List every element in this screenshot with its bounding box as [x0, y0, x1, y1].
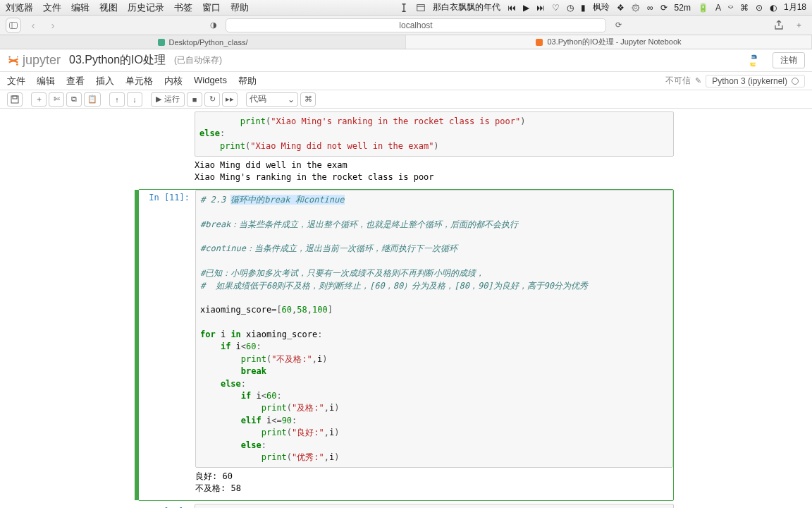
prev-icon[interactable]: ⏮ — [508, 3, 516, 13]
play-icon[interactable]: ▶ — [523, 3, 529, 13]
tray-icon5[interactable]: ⊙ — [756, 3, 763, 13]
svg-rect-0 — [417, 4, 425, 11]
fast-forward-button[interactable]: ▸▸ — [222, 92, 238, 107]
tab-label: 03.Python的IO处理 - Jupyter Notebook — [547, 37, 681, 47]
folder-icon — [158, 39, 165, 46]
svg-point-5 — [16, 63, 18, 65]
nb-menu-edit[interactable]: 编辑 — [37, 75, 55, 87]
nb-menu-view[interactable]: 查看 — [66, 75, 85, 87]
command-palette-button[interactable]: ⌘ — [300, 92, 316, 107]
edit-icon[interactable]: ✎ — [695, 76, 701, 85]
share-icon[interactable] — [771, 18, 787, 33]
tab-desktop[interactable]: Desktop/Python_class/ — [0, 35, 406, 49]
svg-point-6 — [17, 56, 18, 57]
menu-bookmarks[interactable]: 书签 — [174, 1, 192, 14]
copy-button[interactable]: ⧉ — [66, 92, 82, 107]
notebook-header: jupyter 03.Python的IO处理 (已自动保存) 注销 — [0, 49, 812, 72]
notebook-area[interactable]: print("Xiao Ming's ranking in the rocket… — [0, 111, 812, 508]
app-menu[interactable]: 刘览器 — [6, 1, 33, 14]
tray-icon4[interactable]: ⟳ — [660, 3, 668, 13]
back-button[interactable]: ‹ — [25, 18, 41, 33]
note-icon[interactable]: ▮ — [581, 3, 586, 13]
nb-menu-help[interactable]: 帮助 — [238, 75, 257, 87]
new-tab-button[interactable]: ＋ — [791, 18, 806, 33]
window-icon[interactable] — [416, 3, 426, 13]
tray-icon6[interactable]: ◐ — [770, 3, 777, 13]
battery-icon[interactable]: 🔋 — [698, 3, 708, 13]
url-bar[interactable]: localhost — [226, 18, 606, 32]
logout-button[interactable]: 注销 — [773, 52, 805, 68]
jupyter-word: jupyter — [23, 53, 61, 68]
cell-prompt — [138, 111, 195, 186]
tab-label: Desktop/Python_class/ — [169, 38, 248, 47]
autosave-status: (已自动保存) — [174, 54, 222, 66]
jupyter-icon — [536, 39, 543, 46]
cut-button[interactable]: ✄ — [49, 92, 64, 107]
mac-menubar: 刘览器 文件 编辑 视图 历史记录 书签 窗口 帮助 那白衣飘飘的年代 ⏮ ▶ … — [0, 0, 812, 16]
menu-history[interactable]: 历史记录 — [128, 1, 164, 14]
celltype-select[interactable]: 代码⌄ — [246, 92, 298, 107]
tray-icon2[interactable]: ۞ — [632, 3, 640, 13]
celltype-label: 代码 — [250, 93, 266, 105]
nb-menu-widgets[interactable]: Widgets — [194, 75, 227, 87]
next-icon[interactable]: ⏭ — [536, 3, 545, 13]
shield-icon[interactable]: ◑ — [206, 18, 221, 33]
menu-help[interactable]: 帮助 — [230, 1, 249, 14]
kernel-indicator[interactable]: Python 3 (ipykernel) — [706, 75, 805, 87]
heart-icon[interactable]: ♡ — [552, 3, 560, 13]
tab-notebook[interactable]: 03.Python的IO处理 - Jupyter Notebook — [406, 35, 812, 49]
restart-button[interactable]: ↻ — [204, 92, 220, 107]
notebook-menubar: 文件 编辑 查看 插入 单元格 内核 Widgets 帮助 不可信 ✎ Pyth… — [0, 72, 812, 90]
menu-file[interactable]: 文件 — [43, 1, 61, 14]
jupyter-logo-icon — [7, 54, 20, 67]
svg-rect-2 — [10, 22, 18, 28]
move-up-button[interactable]: ↑ — [109, 92, 125, 107]
kernel-label: Python 3 (ipykernel) — [712, 76, 787, 86]
sidebar-toggle-button[interactable] — [6, 18, 21, 33]
trusted-indicator[interactable]: 不可信 — [665, 75, 691, 87]
add-cell-button[interactable]: ＋ — [31, 92, 47, 107]
code-input[interactable]: print("Xiao Ming's ranking in the rocket… — [195, 111, 674, 157]
jupyter-logo[interactable]: jupyter — [7, 53, 61, 68]
tab-strip: Desktop/Python_class/ 03.Python的IO处理 - J… — [0, 35, 812, 49]
move-down-button[interactable]: ↓ — [127, 92, 142, 107]
date-label: 1月18 — [784, 1, 806, 13]
paste-button[interactable]: 📋 — [84, 92, 101, 107]
text-cursor-icon[interactable] — [399, 3, 409, 13]
reload-icon[interactable]: ⟳ — [610, 18, 626, 33]
now-playing[interactable]: 那白衣飘飘的年代 — [433, 1, 500, 13]
menu-view[interactable]: 视图 — [99, 1, 118, 14]
forward-button[interactable]: › — [45, 18, 61, 33]
nb-menu-file[interactable]: 文件 — [7, 75, 25, 87]
wifi-icon[interactable]: ⌔ — [728, 3, 733, 13]
cell-output: Xiao Ming did well in the exam Xiao Ming… — [195, 157, 674, 186]
stop-button[interactable]: ■ — [187, 92, 202, 107]
nb-menu-kernel[interactable]: 内核 — [164, 75, 183, 87]
code-input[interactable]: # 2.3 循环中的break 和continue #break：当某些条件成立… — [195, 190, 673, 468]
bt-icon[interactable]: ⌘ — [740, 3, 749, 13]
browser-toolbar: ‹ › ◑ localhost ⟳ ＋ — [0, 16, 812, 35]
chevron-icon: ⌄ — [288, 95, 295, 104]
save-button[interactable] — [7, 92, 23, 107]
code-input[interactable]: xiaoming_score=[60,58,100] for i in xiao… — [195, 504, 674, 508]
code-cell-11[interactable]: In [11]: # 2.3 循环中的break 和continue #brea… — [138, 189, 674, 501]
tray-icon3[interactable]: ∞ — [647, 3, 653, 13]
run-button[interactable]: ▶ 运行 — [151, 92, 185, 107]
tray-icon[interactable]: ❖ — [617, 3, 625, 13]
url-text: localhost — [399, 20, 432, 30]
notebook-name[interactable]: 03.Python的IO处理 — [69, 53, 166, 68]
cell-output: 良好: 60 不及格: 58 — [195, 468, 673, 497]
menu-edit[interactable]: 编辑 — [71, 1, 90, 14]
code-cell-12[interactable]: In [12]: xiaoming_score=[60,58,100] for … — [138, 504, 674, 508]
nb-menu-insert[interactable]: 插入 — [96, 75, 114, 87]
tray-a-icon[interactable]: A — [715, 3, 721, 13]
code-cell-top: print("Xiao Ming's ranking in the rocket… — [138, 111, 674, 186]
nb-menu-cell[interactable]: 单元格 — [125, 75, 153, 87]
user-label[interactable]: 枫玲 — [593, 1, 610, 13]
battery-label[interactable]: 52m — [675, 3, 691, 13]
clock-icon[interactable]: ◷ — [567, 3, 574, 13]
notebook-toolbar: ＋ ✄ ⧉ 📋 ↑ ↓ ▶ 运行 ■ ↻ ▸▸ 代码⌄ ⌘ — [0, 90, 812, 109]
run-label: 运行 — [164, 94, 180, 104]
svg-point-4 — [8, 56, 10, 57]
menu-window[interactable]: 窗口 — [202, 1, 221, 14]
